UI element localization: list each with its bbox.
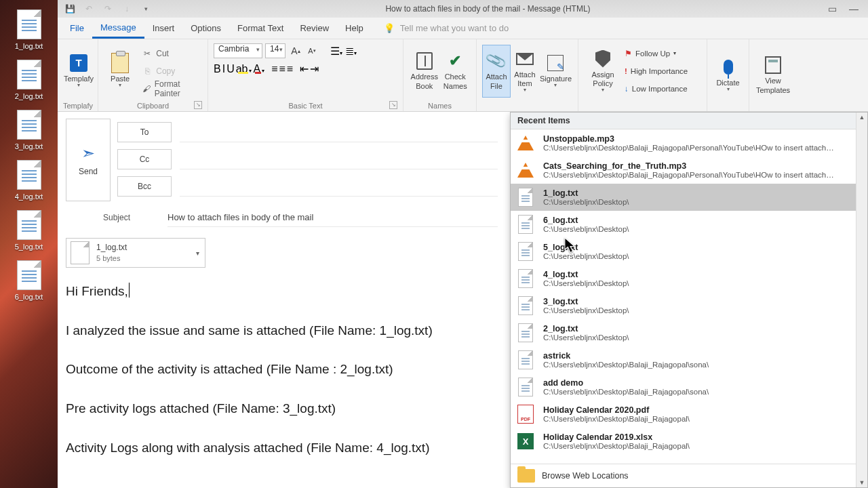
to-button[interactable]: To	[117, 122, 172, 142]
desktop-file[interactable]: 4_log.txt	[5, 160, 53, 201]
down-icon[interactable]: ↓	[121, 3, 132, 14]
tell-me[interactable]: 💡 Tell me what you want to do	[384, 18, 509, 39]
tab-format-text[interactable]: Format Text	[229, 18, 292, 39]
menubar: File MessageInsertOptionsFormat TextRevi…	[58, 18, 868, 39]
recent-item[interactable]: 3_log.txtC:\Users\ebljnx\Desktop\	[511, 292, 867, 319]
underline-button[interactable]: U	[226, 63, 235, 75]
dropdown-scrollbar[interactable]: ▲▼	[856, 113, 867, 487]
attach-item-button[interactable]: Attach Item▾	[511, 45, 539, 98]
recent-item[interactable]: 6_log.txtC:\Users\ebljnx\Desktop\	[511, 211, 867, 238]
qat-customize-icon[interactable]: ▾	[140, 3, 151, 14]
file-type-icon	[516, 296, 535, 316]
high-importance-button[interactable]: !High Importance	[622, 63, 690, 79]
recent-item-path: C:\Users\ebljnx\Desktop\	[543, 198, 861, 206]
font-size-select[interactable]: 14	[265, 43, 285, 58]
recent-item[interactable]: XHoliday Calendar 2019.xlsxC:\Users\eblj…	[511, 428, 867, 455]
tab-options[interactable]: Options	[182, 18, 229, 39]
highlight-button[interactable]: ab▾	[236, 63, 252, 75]
view-templates-button[interactable]: View Templates	[755, 49, 791, 102]
attach-file-button[interactable]: 📎Attach File	[482, 45, 511, 98]
to-field[interactable]	[180, 122, 498, 142]
redo-icon[interactable]: ↷	[102, 3, 113, 14]
minimize-icon[interactable]: —	[849, 4, 859, 14]
desktop-file[interactable]: 5_log.txt	[5, 210, 53, 251]
basictext-dialog-icon[interactable]: ↘	[389, 101, 397, 109]
font-name-select[interactable]: Cambria	[214, 43, 262, 58]
recent-item[interactable]: Unstoppable.mp3C:\Users\ebljnx\Desktop\B…	[511, 129, 867, 157]
desktop-file[interactable]: 2_log.txt	[5, 60, 53, 100]
bulb-icon: 💡	[384, 23, 395, 33]
recent-item-name: 3_log.txt	[543, 297, 861, 306]
recent-item[interactable]: 4_log.txtC:\Users\ebljnx\Desktop\	[511, 265, 867, 292]
group-clipboard: Clipboard↘	[104, 100, 202, 111]
align-center-button[interactable]: ≡	[279, 63, 285, 75]
scissors-icon: ✂	[142, 49, 153, 58]
save-icon[interactable]: 💾	[64, 3, 75, 14]
tab-help[interactable]: Help	[337, 18, 372, 39]
copy-button[interactable]: ⎘Copy	[139, 63, 202, 79]
low-importance-button[interactable]: ↓Low Importance	[622, 81, 690, 97]
group-basic-text: Basic Text↘	[214, 100, 397, 111]
scroll-down-icon[interactable]: ▼	[859, 479, 865, 486]
italic-button[interactable]: I	[222, 63, 225, 75]
recent-item-path: C:\Users\ebljnx\Desktop\	[543, 252, 861, 260]
clipboard-dialog-icon[interactable]: ↘	[194, 101, 202, 109]
numbering-button[interactable]: ≣▾	[345, 45, 357, 58]
indent-decrease-button[interactable]: ⇤	[300, 62, 309, 75]
desktop-file[interactable]: 1_log.txt	[5, 9, 53, 50]
cc-button[interactable]: Cc	[117, 149, 172, 169]
tab-file[interactable]: File	[62, 18, 92, 39]
recent-item[interactable]: 2_log.txtC:\Users\ebljnx\Desktop\	[511, 319, 867, 346]
bcc-button[interactable]: Bcc	[117, 176, 172, 197]
indent-increase-button[interactable]: ⇥	[310, 62, 319, 75]
check-names-button[interactable]: ✔Check Names	[440, 45, 471, 98]
message-body[interactable]: Hi Friends,I analyzed the issue and same…	[66, 283, 498, 456]
recent-item[interactable]: add demoC:\Users\ebljnx\Desktop\Balaji_R…	[511, 373, 867, 401]
browse-web-locations[interactable]: Browse Web Locations	[511, 464, 867, 487]
tab-review[interactable]: Review	[292, 18, 337, 39]
bcc-field[interactable]	[180, 176, 498, 197]
recent-item-path: C:\Users\ebljnx\Desktop\Balaji_Rajagopal…	[543, 171, 861, 179]
signature-button[interactable]: Signature▾	[539, 45, 572, 98]
assign-policy-button[interactable]: Assign Policy▾	[584, 45, 622, 98]
file-type-icon	[516, 377, 535, 397]
font-color-button[interactable]: A▾	[253, 63, 264, 75]
send-button[interactable]: ➣ Send	[66, 119, 111, 201]
follow-up-button[interactable]: ⚑Follow Up▾	[622, 45, 690, 62]
align-left-button[interactable]: ≡	[271, 63, 277, 75]
paste-button[interactable]: Paste▾	[104, 45, 136, 98]
bullets-button[interactable]: ☰▾	[330, 45, 342, 58]
recent-item[interactable]: 5_log.txtC:\Users\ebljnx\Desktop\	[511, 238, 867, 265]
recent-item-name: astrick	[543, 351, 861, 361]
desktop-file[interactable]: 3_log.txt	[5, 110, 53, 150]
subject-field[interactable]	[167, 208, 498, 227]
recent-item[interactable]: Holiday Calendar 2020.pdfC:\Users\ebljnx…	[511, 401, 867, 428]
tab-message[interactable]: Message	[92, 18, 144, 39]
recent-item[interactable]: Cats_Searching_for_the_Truth.mp3C:\Users…	[511, 157, 867, 184]
recent-item-path: C:\Users\ebljnx\Desktop\Balaji_Rajagopal…	[543, 415, 861, 423]
recent-item-path: C:\Users\ebljnx\Desktop\Balaji_Rajagopal…	[543, 442, 861, 450]
format-painter-button[interactable]: 🖌Format Painter	[139, 81, 202, 97]
grow-font-button[interactable]: A▴	[288, 43, 303, 58]
ribbon-options-icon[interactable]: ▭	[827, 4, 837, 14]
undo-icon[interactable]: ↶	[83, 3, 94, 14]
tell-me-text: Tell me what you want to do	[400, 23, 509, 33]
recent-item[interactable]: astrickC:\Users\ebljnx\Desktop\Balaji_Ra…	[511, 346, 867, 373]
cut-button[interactable]: ✂Cut	[139, 45, 202, 62]
recent-item[interactable]: 1_log.txtC:\Users\ebljnx\Desktop\	[511, 184, 867, 211]
recent-item-name: 4_log.txt	[543, 270, 861, 279]
recent-item-name: 6_log.txt	[543, 216, 861, 225]
attachment-chip[interactable]: 1_log.txt 5 bytes ▾	[66, 238, 205, 268]
shrink-font-button[interactable]: A▾	[304, 43, 319, 58]
tab-insert[interactable]: Insert	[144, 18, 183, 39]
desktop-file[interactable]: 6_log.txt	[5, 260, 53, 301]
recent-item-name: 2_log.txt	[543, 324, 861, 333]
bold-button[interactable]: B	[214, 63, 221, 75]
address-book-button[interactable]: Address Book	[409, 45, 440, 98]
templafy-button[interactable]: TTemplafy▾	[63, 45, 94, 98]
scroll-up-icon[interactable]: ▲	[859, 114, 865, 121]
align-right-button[interactable]: ≡	[287, 63, 293, 75]
body-paragraph: Pre activity logs attached (File Name: 3…	[66, 400, 498, 418]
dictate-button[interactable]: Dictate▾	[713, 49, 743, 102]
cc-field[interactable]	[180, 149, 498, 169]
